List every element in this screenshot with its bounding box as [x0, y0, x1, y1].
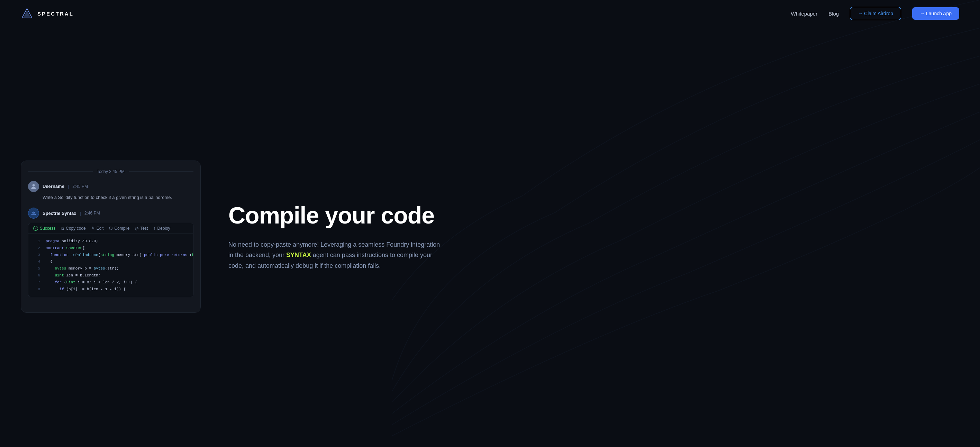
copy-code-button[interactable]: ⧉ Copy code	[61, 226, 86, 231]
code-line-2: 2 contract Checker{	[29, 245, 193, 252]
svg-point-3	[33, 184, 35, 186]
launch-app-button[interactable]: → Launch App	[912, 7, 959, 20]
hero-description: No need to copy-paste anymore! Leveragin…	[228, 239, 443, 271]
chat-divider: Today 2:45 PM	[28, 169, 193, 174]
user-avatar-icon	[30, 183, 37, 190]
nav-whitepaper[interactable]: Whitepaper	[791, 11, 817, 17]
user-message: Username | 2:45 PM Write a Solidity func…	[28, 181, 193, 201]
code-status: Success	[33, 226, 56, 231]
code-line-6: 6 uint len = b.length;	[29, 272, 193, 279]
spectral-avatar-icon	[30, 210, 37, 216]
bot-message-header: Spectral Syntax | 2:46 PM	[28, 208, 193, 219]
syntax-keyword: SYNTAX	[286, 251, 311, 258]
bot-author-name: Spectral Syntax	[43, 211, 76, 216]
code-line-4: 4 {	[29, 258, 193, 266]
code-line-5: 5 bytes memory b = bytes(str);	[29, 266, 193, 272]
code-toolbar: Success ⧉ Copy code ✎ Edit ⬡ Compile	[29, 223, 193, 234]
code-content: 1 pragma solidity ^0.8.0; 2 contract Che…	[29, 234, 193, 297]
deploy-label: Deploy	[157, 226, 170, 231]
test-icon: ◎	[135, 226, 138, 231]
copy-icon: ⧉	[61, 226, 64, 231]
bot-message: Spectral Syntax | 2:46 PM Success ⧉	[28, 208, 193, 297]
test-button[interactable]: ◎ Test	[135, 226, 148, 231]
code-line-1: 1 pragma solidity ^0.8.0;	[29, 238, 193, 245]
deploy-icon: ↑	[153, 226, 155, 231]
code-line-3: 3 function isPalindrome(string memory st…	[29, 252, 193, 259]
chat-panel: Today 2:45 PM Username | 2:45 PM Wr	[21, 161, 201, 313]
hero-section: Compile your code No need to copy-paste …	[228, 202, 959, 271]
spectral-avatar	[28, 208, 39, 219]
logo-text: SPECTRAL	[37, 11, 74, 17]
code-block: Success ⧉ Copy code ✎ Edit ⬡ Compile	[28, 223, 193, 297]
logo-icon	[21, 7, 33, 20]
divider-line-left	[28, 171, 93, 172]
status-text: Success	[40, 226, 56, 231]
status-indicator	[33, 226, 38, 231]
test-label: Test	[140, 226, 148, 231]
divider-line-right	[129, 171, 193, 172]
user-message-text: Write a Solidity function to check if a …	[28, 194, 193, 201]
code-line-7: 7 for (uint i = 0; i < len / 2; i++) {	[29, 279, 193, 286]
edit-button[interactable]: ✎ Edit	[91, 226, 104, 231]
logo[interactable]: SPECTRAL	[21, 7, 74, 20]
compile-icon: ⬡	[109, 226, 113, 231]
compile-button[interactable]: ⬡ Compile	[109, 226, 129, 231]
edit-icon: ✎	[91, 226, 95, 231]
nav-blog[interactable]: Blog	[829, 11, 839, 17]
navbar: SPECTRAL Whitepaper Blog → Claim Airdrop…	[0, 0, 980, 27]
compile-label: Compile	[114, 226, 129, 231]
code-line-8: 8 if (b[i] != b[len - 1 - i]) {	[29, 286, 193, 293]
chat-timestamp: Today 2:45 PM	[97, 169, 124, 174]
user-message-time: 2:45 PM	[72, 184, 88, 189]
bot-message-time: 2:46 PM	[84, 211, 100, 216]
edit-label: Edit	[97, 226, 104, 231]
user-avatar	[28, 181, 39, 192]
claim-airdrop-button[interactable]: → Claim Airdrop	[850, 7, 901, 20]
deploy-button[interactable]: ↑ Deploy	[153, 226, 170, 231]
user-message-header: Username | 2:45 PM	[28, 181, 193, 192]
hero-title: Compile your code	[228, 202, 959, 228]
user-author-name: Username	[43, 184, 64, 189]
nav-links: Whitepaper Blog → Claim Airdrop → Launch…	[791, 7, 959, 20]
main-content: Today 2:45 PM Username | 2:45 PM Wr	[0, 27, 980, 446]
copy-code-label: Copy code	[66, 226, 86, 231]
